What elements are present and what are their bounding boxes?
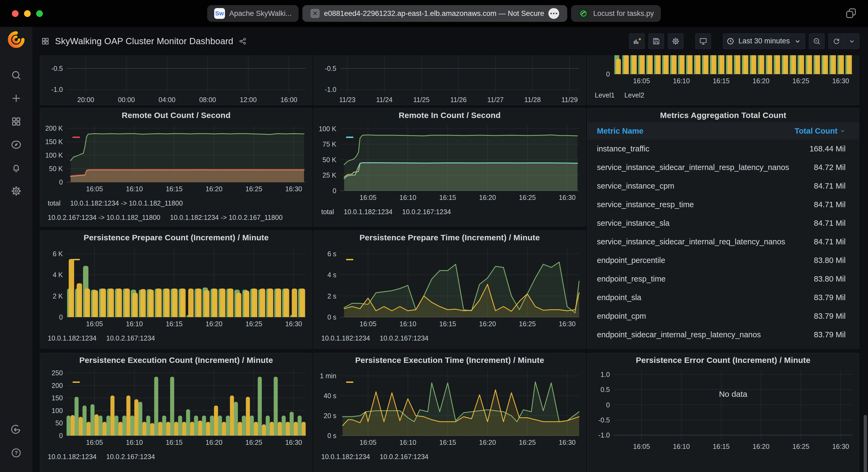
legend-item[interactable]: 10.0.1.182:1234 <box>321 453 370 461</box>
panel-title[interactable]: Persistence Execution Count (Increment) … <box>40 353 312 367</box>
tab-overview-icon[interactable] <box>845 7 857 21</box>
svg-text:16:10: 16:10 <box>673 443 690 450</box>
share-icon[interactable] <box>239 37 247 45</box>
explore-icon[interactable] <box>0 133 32 156</box>
refresh-interval-dropdown[interactable] <box>844 34 859 49</box>
chart-remote_out[interactable]: 050 K100 K150 K200 K16:0516:1016:1516:20… <box>40 122 312 195</box>
legend-label: 10.0.1.182:1234 <box>321 334 370 342</box>
svg-text:40 s: 40 s <box>324 392 336 400</box>
close-tab-icon[interactable]: ✕ <box>310 9 320 18</box>
tab-skywalking[interactable]: Sw Apache SkyWalki... <box>207 5 299 22</box>
legend-item[interactable]: 10.0.1.182:1234 <box>344 208 393 216</box>
legend-item[interactable]: 10.0.2.167:1234 <box>106 453 155 461</box>
alerting-icon[interactable] <box>0 156 32 179</box>
svg-text:?: ? <box>14 450 18 456</box>
svg-text:1.0: 1.0 <box>600 371 610 378</box>
column-header-metric-name[interactable]: Metric Name <box>587 127 795 136</box>
legend-item[interactable]: 10.0.1.182:1234 <box>48 334 97 342</box>
column-header-total-count[interactable]: Total Count <box>795 127 859 136</box>
panel-title[interactable]: Persistence Execution Time (Increment) /… <box>314 353 586 367</box>
cycle-view-mode-button[interactable] <box>695 33 711 49</box>
legend-item[interactable]: 10.0.1.182:1234 -> 10.0.2.167_11800 <box>170 214 282 222</box>
tab-locust[interactable]: Locust for tasks.py <box>571 5 661 22</box>
svg-text:16:30: 16:30 <box>832 77 849 85</box>
close-window-button[interactable] <box>12 10 19 17</box>
grafana-logo[interactable] <box>7 31 25 48</box>
chart-exec_count[interactable]: 05010015020025016:0516:1016:1516:2016:25… <box>40 367 312 448</box>
legend-item[interactable]: 10.0.2.167:1234 <box>380 453 429 461</box>
tab-grafana-active[interactable]: ✕ e0881eed4-22961232.ap-east-1.elb.amazo… <box>302 5 567 22</box>
refresh-button[interactable] <box>829 34 844 49</box>
panel-top1: -0.5-1.020:0000:0004:0008:0012:0016:00 <box>40 55 312 105</box>
dashboard-settings-button[interactable] <box>668 33 683 49</box>
legend: total10.0.1.182:1234 -> 10.0.1.182_11800… <box>40 196 312 227</box>
panel-title[interactable]: Persistence Prepare Time (Increment) / M… <box>314 231 586 245</box>
legend-label: 10.0.1.182:1234 <box>48 453 97 461</box>
legend-item[interactable]: 10.0.2.167:1234 <box>106 334 155 342</box>
ellipsis-icon[interactable] <box>548 8 559 19</box>
panel-title[interactable]: Remote Out Count / Second <box>40 108 312 122</box>
time-range-picker[interactable]: Last 30 minutes <box>723 33 805 49</box>
svg-text:16:30: 16:30 <box>559 320 576 328</box>
grafana-app: ? SkyWalking OAP Cluster Monitor Dashboa… <box>0 27 868 472</box>
metric-name-cell: endpoint_cpm <box>587 312 814 321</box>
help-icon[interactable]: ? <box>0 441 32 465</box>
chart-remote_in[interactable]: 025 K50 K75 K100 K16:0516:1016:1516:2016… <box>314 122 586 203</box>
table-row: service_instance_sla84.71 Mil <box>587 214 859 233</box>
svg-text:250: 250 <box>52 369 63 377</box>
svg-text:20:00: 20:00 <box>78 96 94 103</box>
add-icon[interactable] <box>0 87 32 110</box>
dashboards-icon[interactable] <box>0 110 32 133</box>
panel-title[interactable]: Metrics Aggregation Total Count <box>587 108 859 122</box>
total-count-cell: 84.71 Mil <box>814 237 859 246</box>
svg-text:16:05: 16:05 <box>360 320 376 328</box>
metric-name-cell: endpoint_sidecar_internal_resp_latency_n… <box>587 330 814 339</box>
legend-item[interactable]: total <box>321 208 334 216</box>
chart-error[interactable]: -1.0-0.500.51.016:0516:1016:1516:2016:25… <box>587 367 859 452</box>
table-row: service_instance_resp_time84.71 Mil <box>587 195 859 214</box>
panel-error: Persistence Error Count (Increment) / Mi… <box>587 353 859 472</box>
legend-item[interactable]: 10.0.1.182:1234 -> 10.0.1.182_11800 <box>70 199 183 207</box>
legend-item[interactable]: Level2 <box>624 91 644 99</box>
svg-text:16:20: 16:20 <box>206 320 222 328</box>
apps-icon[interactable] <box>41 37 50 45</box>
legend-label: 10.0.1.182:1234 <box>321 453 370 461</box>
configuration-icon[interactable] <box>0 179 32 203</box>
legend: 10.0.1.182:123410.0.2.167:1234 <box>314 449 586 467</box>
grafana-sidebar: ? <box>0 27 32 472</box>
svg-text:16:25: 16:25 <box>519 320 536 328</box>
chart-top2[interactable]: -0.5-1.011/2311/2411/2511/2611/2711/2811… <box>314 55 586 105</box>
chart-top1[interactable]: -0.5-1.020:0000:0004:0008:0012:0016:00 <box>40 55 312 105</box>
chart-top3[interactable]: 016:0516:1016:1516:2016:2516:30 <box>587 55 859 87</box>
zoom-window-button[interactable] <box>36 10 43 17</box>
svg-text:16:30: 16:30 <box>285 439 302 446</box>
sign-out-icon[interactable] <box>0 418 32 441</box>
total-count-cell: 83.80 Mil <box>814 274 859 283</box>
legend-label: 10.0.2.167:1234 <box>106 334 155 342</box>
panel-title[interactable]: Persistence Error Count (Increment) / Mi… <box>587 353 859 367</box>
legend-item[interactable]: total <box>48 199 60 207</box>
panel-prep-count: Persistence Prepare Count (Increment) / … <box>40 230 312 349</box>
legend-item[interactable]: 10.0.1.182:1234 <box>48 453 97 461</box>
legend-item[interactable]: Level1 <box>595 91 615 99</box>
legend-item[interactable]: 10.0.2.167:1234 <box>402 208 451 216</box>
total-count-cell: 168.44 Mil <box>809 144 859 153</box>
metric-name-cell: service_instance_sidecar_internal_resp_l… <box>587 163 814 172</box>
legend-item[interactable]: 10.0.1.182:1234 <box>321 334 370 342</box>
chart-prep_count[interactable]: 02 K4 K6 K16:0516:1016:1516:2016:2516:30 <box>40 245 312 330</box>
refresh-split-button <box>828 33 859 49</box>
chart-prep_time[interactable]: 0 s2 s4 s6 s16:0516:1016:1516:2016:2516:… <box>314 245 586 330</box>
panel-title[interactable]: Remote In Count / Second <box>314 108 586 122</box>
save-dashboard-button[interactable] <box>648 33 664 49</box>
minimize-window-button[interactable] <box>24 10 31 17</box>
chart-exec_time[interactable]: 0 s20 s40 s1 min16:0516:1016:1516:2016:2… <box>314 367 586 448</box>
search-icon[interactable] <box>0 64 32 87</box>
legend-item[interactable]: 10.0.2.167:1234 -> 10.0.1.182_11800 <box>48 214 160 222</box>
svg-text:4 K: 4 K <box>53 271 63 278</box>
add-panel-button[interactable] <box>629 33 645 49</box>
scrollbar-thumb[interactable] <box>864 415 867 472</box>
legend-item[interactable]: 10.0.2.167:1234 <box>380 334 429 342</box>
svg-text:2 s: 2 s <box>328 292 336 300</box>
zoom-out-time-button[interactable] <box>809 33 825 49</box>
panel-title[interactable]: Persistence Prepare Count (Increment) / … <box>40 231 312 245</box>
